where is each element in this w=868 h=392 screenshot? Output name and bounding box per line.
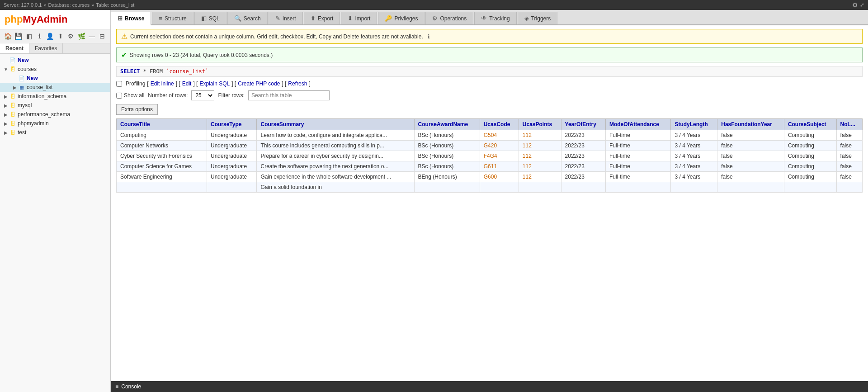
expander-test[interactable]: ▶ — [3, 130, 9, 135]
tab-search[interactable]: 🔍 Search — [227, 12, 268, 24]
expand-icon[interactable]: ⤢ — [860, 2, 864, 8]
show-all-checkbox[interactable] — [116, 93, 122, 99]
info-schema-icon: 🗄 — [9, 93, 16, 100]
sidebar-tree: 📄 New ▼ 🗄 courses 📄 New ▶ ▦ course_list — [0, 54, 110, 392]
tracking-tab-label: Tracking — [489, 15, 510, 22]
col-course-award-name[interactable]: CourseAwardName — [414, 119, 480, 130]
col-mode-of-attendance[interactable]: ModeOfAttendance — [605, 119, 671, 130]
themes-icon[interactable]: 🌿 — [77, 32, 85, 41]
sql-table: `course_list` — [166, 68, 208, 75]
explain-sql-link[interactable]: Explain SQL — [199, 80, 230, 87]
gear-icon[interactable]: ⚙ — [852, 1, 858, 9]
cell-ucascode: G504 — [480, 130, 519, 141]
expander-course-list[interactable]: ▶ — [12, 85, 18, 90]
status-icon[interactable]: ℹ — [35, 32, 44, 41]
edit-inline-link[interactable]: Edit inline — [151, 80, 174, 87]
profiling-checkbox[interactable] — [116, 81, 122, 87]
col-course-summary[interactable]: CourseSummary — [257, 119, 414, 130]
tab-tracking[interactable]: 👁 Tracking — [474, 12, 517, 24]
console-icon: ■ — [115, 383, 118, 390]
col-nol[interactable]: NoL... — [836, 119, 862, 130]
docs-icon[interactable]: — — [88, 32, 96, 41]
expander-mysql[interactable]: ▶ — [3, 103, 9, 108]
cell-coursetitle: Computing — [117, 130, 207, 141]
tree-item-new-root[interactable]: 📄 New — [0, 56, 110, 65]
export-icon-btn[interactable]: ⬆ — [56, 32, 65, 41]
tab-sql[interactable]: ◧ SQL — [194, 12, 226, 24]
cell-yearofentry: 2022/23 — [561, 151, 605, 161]
tab-import[interactable]: ⬇ Import — [341, 12, 377, 24]
refresh-link[interactable]: Refresh — [288, 80, 307, 87]
tab-insert[interactable]: ✎ Insert — [269, 12, 303, 24]
extra-options-button[interactable]: Extra options — [116, 104, 158, 115]
create-php-link[interactable]: Create PHP code — [238, 80, 280, 87]
test-label: test — [18, 129, 26, 136]
profiling-label: Profiling — [126, 80, 145, 87]
profiling-sep3: ] [ — [231, 80, 236, 87]
sql-keyword: SELECT — [120, 68, 140, 75]
tree-item-phpmyadmin[interactable]: ▶ 🗄 phpmyadmin — [0, 119, 110, 128]
profiling-row: Profiling [ Edit inline ] [ Edit ] [ Exp… — [116, 80, 863, 87]
table-container: CourseTitle CourseType CourseSummary Cou… — [116, 118, 863, 193]
col-year-of-entry[interactable]: YearOfEntry — [561, 119, 605, 130]
db-icon-btn[interactable]: 💾 — [14, 32, 23, 41]
sep2: » — [91, 2, 94, 8]
tab-triggers[interactable]: ◈ Triggers — [518, 12, 558, 24]
home-icon[interactable]: 🏠 — [4, 32, 12, 41]
sql-icon-btn[interactable]: ◧ — [24, 32, 33, 41]
col-ucas-points[interactable]: UcasPoints — [519, 119, 561, 130]
col-course-type[interactable]: CourseType — [207, 119, 257, 130]
cell-ucaspoints: 112 — [519, 172, 561, 182]
profiling-sep1: ] [ — [176, 80, 180, 87]
tree-item-test[interactable]: ▶ 🗄 test — [0, 128, 110, 137]
tab-structure[interactable]: ≡ Structure — [152, 12, 193, 24]
tree-item-new-courses[interactable]: 📄 New — [0, 74, 110, 83]
edit-link[interactable]: Edit — [182, 80, 192, 87]
console-bar[interactable]: ■ Console — [111, 381, 868, 392]
col-has-foundation-year[interactable]: HasFoundationYear — [717, 119, 784, 130]
tab-recent[interactable]: Recent — [0, 43, 29, 53]
col-course-subject[interactable]: CourseSubject — [784, 119, 836, 130]
cell-coursetype: Undergraduate — [207, 130, 257, 141]
success-icon: ✔ — [121, 51, 127, 59]
tab-favorites[interactable]: Favorites — [29, 43, 63, 53]
tab-operations[interactable]: ⚙ Operations — [425, 12, 473, 24]
server-label: Server: 127.0.0.1 — [4, 2, 42, 8]
col-ucas-code[interactable]: UcasCode — [480, 119, 519, 130]
num-rows-label: Number of rows: — [148, 92, 188, 99]
expander-courses[interactable]: ▼ — [3, 67, 9, 72]
cell-ucascode — [480, 182, 519, 193]
tab-export[interactable]: ⬆ Export — [304, 12, 340, 24]
expander-info-schema[interactable]: ▶ — [3, 94, 9, 99]
perf-schema-icon: 🗄 — [9, 111, 16, 118]
course-list-label: course_list — [27, 84, 52, 90]
col-study-length[interactable]: StudyLength — [671, 119, 717, 130]
tab-browse[interactable]: ⊞ Browse — [111, 12, 151, 25]
tree-item-mysql[interactable]: ▶ 🗄 mysql — [0, 101, 110, 110]
logo-myadmin: MyAdmin — [23, 14, 67, 25]
minimize-icon[interactable]: ⊟ — [98, 32, 107, 41]
course-list-icon: ▦ — [18, 84, 25, 91]
expander-phpmyadmin[interactable]: ▶ — [3, 121, 9, 126]
tab-privileges[interactable]: 🔑 Privileges — [378, 12, 425, 24]
privileges-tab-icon: 🔑 — [385, 15, 392, 22]
table-body: ComputingUndergraduateLearn how to code,… — [117, 130, 863, 193]
cell-ucascode: F4G4 — [480, 151, 519, 161]
num-rows-select[interactable]: 25 50 100 250 500 — [191, 90, 214, 100]
warning-info-icon[interactable]: ℹ — [428, 33, 430, 40]
tree-item-course-list[interactable]: ▶ ▦ course_list — [0, 83, 110, 92]
settings-icon[interactable]: ⚙ — [66, 32, 75, 41]
mysql-label: mysql — [18, 102, 32, 109]
mysql-icon: 🗄 — [9, 102, 16, 109]
import-tab-label: Import — [355, 15, 370, 22]
tree-item-courses[interactable]: ▼ 🗄 courses — [0, 65, 110, 74]
users-icon[interactable]: 👤 — [46, 32, 54, 41]
import-tab-icon: ⬇ — [348, 15, 353, 22]
cell-ucaspoints: 112 — [519, 141, 561, 151]
cell-modeofattendance — [605, 182, 671, 193]
tree-item-info-schema[interactable]: ▶ 🗄 information_schema — [0, 92, 110, 101]
col-course-title[interactable]: CourseTitle — [117, 119, 207, 130]
search-input[interactable] — [248, 90, 330, 100]
expander-perf-schema[interactable]: ▶ — [3, 112, 9, 117]
tree-item-perf-schema[interactable]: ▶ 🗄 performance_schema — [0, 110, 110, 119]
